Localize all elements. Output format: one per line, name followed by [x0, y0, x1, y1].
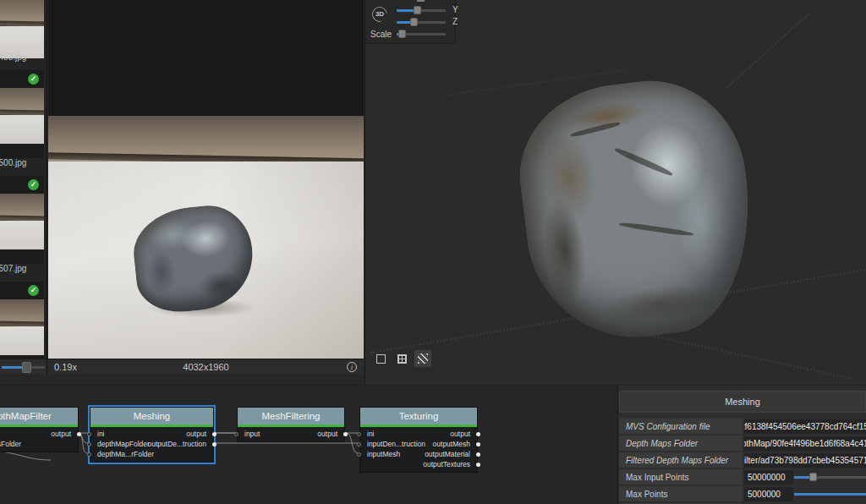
input-pin-label: input [244, 429, 260, 439]
viewport-gizmo-panel: 3D Y Z Scale [365, 0, 456, 44]
input-pin[interactable] [87, 432, 91, 436]
slider-handle[interactable] [22, 362, 31, 373]
thumbnail-size-slider[interactable] [0, 359, 47, 375]
check-icon: ✓ [28, 74, 39, 85]
output-pin[interactable] [476, 463, 480, 467]
attribute-value-field[interactable]: 50000000 [744, 470, 793, 485]
grid-icon [397, 354, 407, 364]
slider-handle[interactable] [414, 6, 421, 14]
grid-axis-line [726, 13, 809, 87]
output-pin[interactable] [476, 452, 480, 457]
node-title: DepthMapFilter [0, 408, 78, 425]
node-attributes-panel: Meshing MVS Configuration file 2f6138f45… [617, 385, 866, 504]
render-mode-textured-button[interactable] [414, 350, 431, 367]
input-pin-label: inputDen...truction [367, 439, 425, 449]
node-graph-editor[interactable]: DepthMapFilter output depthMapsFolder Me… [0, 385, 617, 504]
thumbnail-photo [0, 0, 44, 22]
check-icon: ✓ [28, 179, 39, 190]
output-pin-label: outputDe...truction [148, 439, 206, 449]
rock-3d-mesh[interactable] [510, 70, 765, 349]
attribute-label: Max Input Points [619, 469, 743, 485]
output-pin[interactable] [212, 432, 216, 436]
thumbnail-photo [0, 194, 44, 217]
input-pin-label: depthMa...rFolder [97, 449, 154, 459]
viewer-3d[interactable]: 3D Y Z Scale [364, 0, 866, 385]
photo-rock-on-windowsill [48, 116, 364, 359]
square-icon [376, 354, 386, 364]
image-filename: 3500.jpg [0, 158, 47, 167]
rotate-3d-icon[interactable]: 3D [372, 7, 387, 22]
attribute-value-field[interactable]: 2f6138f454506ee43778cd764cf15 [744, 419, 866, 434]
attribute-label: Filtered Depth Maps Folder [619, 452, 743, 468]
render-mode-toolbar [372, 350, 431, 369]
output-pin[interactable] [77, 432, 81, 436]
input-pin[interactable] [234, 432, 238, 436]
input-pin[interactable] [87, 452, 91, 457]
attributes-panel-title: Meshing [619, 391, 866, 413]
render-mode-wireframe-button[interactable] [393, 350, 410, 367]
attribute-value-field[interactable]: pthMap/90fe4f496be1d6f68a4c41 [744, 436, 866, 451]
node-title: Texturing [360, 408, 477, 425]
input-pin-label: ini [367, 429, 375, 439]
image-gallery-sidebar: 3453.jpg ✓ 3500.jpg ✓ 3507.jpg [0, 0, 47, 375]
image-viewer-2d[interactable]: 0.19x 4032x1960 i [48, 0, 364, 375]
output-pin-label: output [317, 429, 337, 439]
input-pin-label: inputMesh [367, 449, 400, 459]
image-viewer-statusbar: 0.19x 4032x1960 i [48, 359, 364, 375]
slider-handle[interactable] [410, 18, 418, 26]
attribute-value-field[interactable]: 5000000 [744, 487, 793, 501]
slider-handle[interactable] [398, 30, 406, 38]
node-title: Meshing [90, 408, 213, 425]
input-pin[interactable] [357, 452, 361, 457]
output-pin-label: outputMesh [433, 439, 470, 449]
input-pin-label: ini [97, 429, 105, 439]
info-icon[interactable]: i [347, 362, 357, 372]
hatch-icon [418, 353, 428, 364]
scale-label: Scale [370, 30, 392, 39]
thumbnail-photo [0, 299, 44, 323]
attribute-value-field[interactable]: Filter/ad73b798dd7cbeb45354571 [744, 453, 866, 468]
attribute-label: MVS Configuration file [619, 419, 743, 435]
node-depthmapfilter[interactable]: DepthMapFilter output depthMapsFolder [0, 407, 79, 452]
image-filename: 3453.jpg [0, 52, 47, 62]
input-pin[interactable] [357, 442, 361, 446]
output-pin-label: outputTextures [423, 459, 470, 469]
node-title: MeshFiltering [238, 408, 344, 425]
image-thumbnail[interactable]: ✓ 3500.jpg [0, 70, 47, 172]
image-thumbnail[interactable]: 3453.jpg [0, 0, 47, 66]
meshroom-window: 3453.jpg ✓ 3500.jpg ✓ 3507.jpg [0, 0, 866, 504]
thumbnail-photo [0, 88, 44, 112]
input-pin-label: depthMapsFolder [0, 439, 21, 449]
image-resolution: 4032x1960 [48, 362, 364, 372]
slider-handle-clipped [417, 0, 425, 2]
output-pin[interactable] [476, 442, 480, 446]
output-pin-label: output [51, 429, 71, 439]
slider-handle[interactable] [809, 473, 817, 481]
output-pin[interactable] [343, 432, 348, 436]
image-filename: 3507.jpg [0, 264, 47, 273]
input-pin-label: depthMapFolder [97, 439, 150, 449]
node-meshfiltering[interactable]: MeshFiltering input output [237, 407, 345, 442]
output-pin-label: output [450, 429, 470, 439]
output-pin[interactable] [212, 442, 216, 446]
node-meshing[interactable]: Meshing ini output depthMapFolder output… [90, 407, 214, 463]
attribute-label: Max Points [619, 486, 743, 502]
image-thumbnail[interactable]: ✓ 3507.jpg [0, 176, 47, 277]
grid-axis-line [619, 328, 851, 379]
input-pin[interactable] [357, 432, 361, 436]
attribute-label: Depth Maps Folder [619, 436, 743, 452]
node-texturing[interactable]: Texturing ini output inputDen...truction… [359, 407, 478, 473]
check-icon: ✓ [28, 285, 39, 296]
output-pin-label: outputMaterial [425, 449, 470, 459]
output-pin[interactable] [476, 432, 480, 436]
graph-background [0, 375, 364, 385]
render-mode-solid-button[interactable] [372, 350, 389, 367]
input-pin[interactable] [87, 442, 91, 446]
output-pin-label: output [186, 429, 206, 439]
